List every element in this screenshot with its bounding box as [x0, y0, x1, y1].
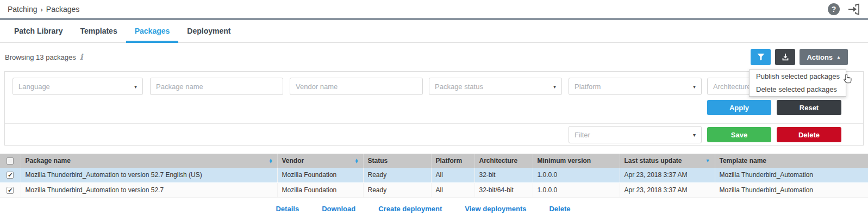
- filter-panel: Language ▾ Package status ▾ Platform ▾ A…: [4, 71, 864, 146]
- column-label: Package name: [26, 157, 71, 165]
- cell-platform: All: [431, 168, 474, 182]
- column-header-package-name[interactable]: Package name ▲▼: [21, 154, 277, 168]
- cell-template-name: Mozilla Thunderbird_Automation: [715, 168, 868, 182]
- column-header-last-status-update[interactable]: Last status update ▼: [620, 154, 715, 168]
- architecture-select-placeholder: Architecture: [713, 83, 751, 91]
- actions-button[interactable]: Actions ▲: [800, 49, 848, 65]
- view-deployments-link[interactable]: View deployments: [465, 205, 526, 213]
- details-link[interactable]: Details: [276, 205, 299, 213]
- logout-icon[interactable]: [847, 3, 860, 16]
- cell-package-name: Mozilla Thunderbird_Automation to versio…: [21, 168, 277, 182]
- column-header-status[interactable]: Status: [363, 154, 431, 168]
- row-actions-bar: Details Download Create deployment View …: [0, 198, 868, 213]
- column-header-architecture[interactable]: Architecture: [474, 154, 533, 168]
- tab-patch-library[interactable]: Patch Library: [5, 20, 71, 42]
- column-label: Last status update: [625, 157, 682, 165]
- cell-vendor: Mozilla Foundation: [277, 182, 363, 197]
- packages-table: Package name ▲▼ Vendor ▲▼ Status Platfor…: [0, 154, 868, 198]
- chevron-down-icon: ▾: [693, 84, 696, 90]
- actions-button-label: Actions: [807, 53, 833, 61]
- menu-item-publish-selected-packages[interactable]: Publish selected packages: [750, 70, 846, 83]
- tab-packages[interactable]: Packages: [126, 20, 179, 42]
- column-label: Vendor: [282, 157, 304, 165]
- download-button[interactable]: [775, 49, 795, 65]
- cell-last-status-update: Apr 23, 2018 3:37 AM: [620, 168, 715, 182]
- filter-toggle-button[interactable]: [751, 49, 771, 65]
- panel-divider: [5, 123, 863, 124]
- sort-icon[interactable]: ▲▼: [355, 158, 359, 163]
- column-header-minimum-version[interactable]: Minimum version: [533, 154, 620, 168]
- menu-item-label: Publish selected packages: [756, 72, 840, 80]
- table-header-row: Package name ▲▼ Vendor ▲▼ Status Platfor…: [0, 154, 868, 168]
- cell-last-status-update: Apr 23, 2018 3:37 AM: [620, 182, 715, 197]
- reset-button[interactable]: Reset: [777, 100, 841, 115]
- tab-templates[interactable]: Templates: [71, 20, 126, 42]
- cell-vendor: Mozilla Foundation: [277, 168, 363, 182]
- toolbar-row: Browsing 13 packages i Actions ▲: [0, 43, 868, 71]
- saved-filter-placeholder: Filter: [574, 131, 590, 139]
- breadcrumb-page: Packages: [46, 5, 79, 14]
- help-icon[interactable]: ?: [828, 3, 840, 15]
- platform-select-placeholder: Platform: [574, 83, 601, 91]
- tab-deployment[interactable]: Deployment: [178, 20, 239, 42]
- language-select-placeholder: Language: [18, 83, 50, 91]
- download-icon: [780, 52, 790, 62]
- column-header-platform[interactable]: Platform: [431, 154, 474, 168]
- cell-minimum-version: 1.0.0.0: [533, 168, 620, 182]
- sort-icon[interactable]: ▲▼: [269, 158, 273, 163]
- delete-filter-button[interactable]: Delete: [777, 127, 841, 142]
- funnel-icon: [756, 52, 766, 62]
- breadcrumb-separator: ›: [40, 5, 42, 14]
- apply-button[interactable]: Apply: [707, 100, 771, 115]
- breadcrumb: Patching › Packages: [8, 5, 79, 14]
- cell-platform: All: [431, 182, 474, 197]
- package-status-select[interactable]: Package status ▾: [429, 78, 562, 95]
- delete-link[interactable]: Delete: [549, 205, 570, 213]
- actions-menu: Publish selected packages Delete selecte…: [749, 70, 846, 97]
- save-filter-button[interactable]: Save: [707, 127, 771, 142]
- hand-cursor-icon: [841, 73, 853, 85]
- row-checkbox[interactable]: ✔: [7, 172, 14, 179]
- tab-bar: Patch Library Templates Packages Deploym…: [0, 20, 868, 43]
- row-checkbox[interactable]: ✔: [7, 187, 14, 194]
- menu-item-delete-selected-packages[interactable]: Delete selected packages: [750, 83, 846, 96]
- package-name-input[interactable]: [150, 78, 283, 95]
- sort-descending-icon[interactable]: ▼: [705, 158, 710, 163]
- breadcrumb-section[interactable]: Patching: [8, 5, 37, 14]
- browsing-count-text: Browsing 13 packages: [5, 53, 76, 61]
- cell-architecture: 32-bit/64-bit: [474, 182, 533, 197]
- menu-item-label: Delete selected packages: [756, 85, 837, 93]
- column-header-vendor[interactable]: Vendor ▲▼: [277, 154, 363, 168]
- platform-select[interactable]: Platform ▾: [569, 78, 702, 95]
- column-header-template-name[interactable]: Template name: [715, 154, 868, 168]
- table-row[interactable]: ✔ Mozilla Thunderbird_Automation to vers…: [0, 168, 868, 182]
- chevron-down-icon: ▾: [134, 84, 137, 90]
- info-icon[interactable]: i: [80, 52, 83, 62]
- package-status-placeholder: Package status: [435, 83, 483, 91]
- select-all-checkbox[interactable]: [7, 157, 14, 165]
- cell-minimum-version: 1.0.0.0: [533, 182, 620, 197]
- create-deployment-link[interactable]: Create deployment: [378, 205, 442, 213]
- cell-package-name: Mozilla Thunderbird_Automation to versio…: [21, 182, 277, 197]
- download-link[interactable]: Download: [322, 205, 355, 213]
- cell-architecture: 32-bit: [474, 168, 533, 182]
- cell-template-name: Mozilla Thunderbird_Automation: [715, 182, 868, 197]
- vendor-name-input[interactable]: [290, 78, 423, 95]
- language-select[interactable]: Language ▾: [13, 78, 143, 95]
- cell-status: Ready: [363, 168, 431, 182]
- cell-status: Ready: [363, 182, 431, 197]
- top-bar: Patching › Packages ?: [0, 0, 868, 20]
- chevron-down-icon: ▾: [693, 132, 696, 138]
- chevron-up-icon: ▲: [836, 55, 841, 60]
- table-row[interactable]: ✔ Mozilla Thunderbird_Automation to vers…: [0, 182, 868, 197]
- chevron-down-icon: ▾: [553, 84, 556, 90]
- saved-filter-select[interactable]: Filter ▾: [569, 126, 702, 143]
